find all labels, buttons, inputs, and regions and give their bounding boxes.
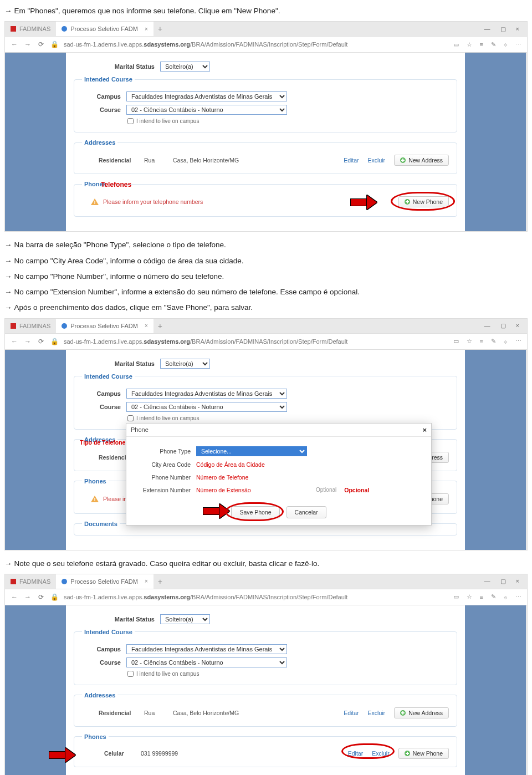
share-icon[interactable]: ⟐ xyxy=(504,594,508,600)
plus-icon xyxy=(400,710,406,716)
url-display[interactable]: sad-us-fm-1.adems.live.apps.sdasystems.o… xyxy=(64,594,448,600)
browser-tabstrip: FADMINAS Processo Seletivo FADM× + — ▢ × xyxy=(5,574,527,589)
new-address-button[interactable]: New Address xyxy=(394,707,449,718)
marital-status-select[interactable]: Solteiro(a) xyxy=(160,62,210,72)
optional-text: Optional xyxy=(316,487,336,493)
close-tab-icon[interactable]: × xyxy=(145,26,148,32)
phone-delete-link[interactable]: Excluir xyxy=(372,750,390,757)
marital-status-select[interactable]: Solteiro(a) xyxy=(160,359,210,369)
save-phone-button[interactable]: Save Phone xyxy=(231,506,279,518)
nav-forward-icon[interactable]: → xyxy=(24,338,32,345)
new-tab-button[interactable]: + xyxy=(154,322,167,330)
address-edit-link[interactable]: Editar xyxy=(344,710,359,716)
window-minimize-icon[interactable]: — xyxy=(484,322,490,329)
window-maximize-icon[interactable]: ▢ xyxy=(500,322,506,329)
more-icon[interactable]: ⋯ xyxy=(515,593,521,600)
window-maximize-icon[interactable]: ▢ xyxy=(500,26,506,33)
area-code-label: City Area Code xyxy=(135,461,191,468)
favicon-icon xyxy=(11,579,16,584)
new-address-button[interactable]: New Address xyxy=(394,155,449,166)
new-tab-button[interactable]: + xyxy=(154,24,167,33)
window-close-icon[interactable]: × xyxy=(516,578,519,585)
nav-back-icon[interactable]: ← xyxy=(11,338,18,345)
browser-tab-inactive[interactable]: FADMINAS xyxy=(5,22,56,36)
phones-legend: Phones xyxy=(82,478,109,485)
browser-tab-active[interactable]: Processo Seletivo FADM× xyxy=(56,319,154,333)
course-select[interactable]: 02 - Ciências Contábeis - Noturno xyxy=(126,402,287,412)
phone-type-select[interactable]: Selecione... xyxy=(196,446,307,456)
nav-forward-icon[interactable]: → xyxy=(24,40,32,48)
url-path: /BRA/Admission/FADMINAS/Inscription/Step… xyxy=(190,594,347,600)
address-type: Residencial xyxy=(99,157,137,164)
marital-status-select[interactable]: Solteiro(a) xyxy=(160,614,210,624)
nav-reload-icon[interactable]: ⟳ xyxy=(37,338,45,345)
url-display[interactable]: sad-us-fm-1.adems.live.apps.sdasystems.o… xyxy=(64,41,448,48)
hub-icon[interactable]: ≡ xyxy=(480,41,483,48)
reading-view-icon[interactable]: ▭ xyxy=(453,338,459,345)
tab-title: FADMINAS xyxy=(19,26,50,32)
reading-view-icon[interactable]: ▭ xyxy=(453,593,459,600)
browser-tab-active[interactable]: Processo Seletivo FADM× xyxy=(56,22,154,36)
more-icon[interactable]: ⋯ xyxy=(515,41,521,48)
webnote-icon[interactable]: ✎ xyxy=(491,338,496,345)
favorite-icon[interactable]: ☆ xyxy=(467,338,472,345)
address-delete-link[interactable]: Excluir xyxy=(368,710,386,716)
area-code-input[interactable] xyxy=(196,460,307,469)
instruction: →Após o preenchimento dos dados, clique … xyxy=(4,302,528,313)
favorite-icon[interactable]: ☆ xyxy=(467,41,472,48)
browser-tab-active[interactable]: Processo Seletivo FADM× xyxy=(56,574,154,589)
course-select[interactable]: 02 - Ciências Contábeis - Noturno xyxy=(126,657,287,667)
window-minimize-icon[interactable]: — xyxy=(484,26,490,33)
url-display[interactable]: sad-us-fm-1.adems.live.apps.sdasystems.o… xyxy=(64,338,448,345)
phone-number-input[interactable] xyxy=(196,473,307,482)
course-select[interactable]: 02 - Ciências Contábeis - Noturno xyxy=(126,105,287,115)
hub-icon[interactable]: ≡ xyxy=(480,594,483,600)
new-phone-button[interactable]: New Phone xyxy=(398,196,449,207)
address-edit-link[interactable]: Editar xyxy=(344,157,359,164)
intended-course-legend: Intended Course xyxy=(82,373,135,380)
nav-reload-icon[interactable]: ⟳ xyxy=(37,40,45,48)
nav-back-icon[interactable]: ← xyxy=(11,593,18,601)
campus-select[interactable]: Faculdades Integradas Adventistas de Min… xyxy=(126,644,287,654)
close-tab-icon[interactable]: × xyxy=(145,578,148,584)
new-phone-button[interactable]: New Phone xyxy=(398,748,449,759)
favorite-icon[interactable]: ☆ xyxy=(467,593,472,600)
campus-label: Campus xyxy=(82,93,121,100)
webnote-icon[interactable]: ✎ xyxy=(491,593,496,600)
window-close-icon[interactable]: × xyxy=(516,26,519,33)
new-tab-button[interactable]: + xyxy=(154,577,167,586)
addresses-legend: Addresses xyxy=(82,692,117,698)
campus-select[interactable]: Faculdades Integradas Adventistas de Min… xyxy=(126,91,287,101)
address-delete-link[interactable]: Excluir xyxy=(368,157,386,164)
browser-tab-inactive[interactable]: FADMINAS xyxy=(5,319,56,333)
extension-input[interactable] xyxy=(196,486,307,494)
address-street: Rua xyxy=(144,710,166,716)
browser-tab-inactive[interactable]: FADMINAS xyxy=(5,574,56,589)
window-close-icon[interactable]: × xyxy=(516,322,519,329)
more-icon[interactable]: ⋯ xyxy=(515,338,521,345)
campus-select[interactable]: Faculdades Integradas Adventistas de Min… xyxy=(126,389,287,399)
nav-back-icon[interactable]: ← xyxy=(11,40,18,48)
arrow-icon: → xyxy=(4,272,12,281)
marital-status-label: Marital Status xyxy=(99,63,155,70)
nav-forward-icon[interactable]: → xyxy=(24,593,32,601)
window-minimize-icon[interactable]: — xyxy=(484,578,490,585)
close-tab-icon[interactable]: × xyxy=(145,323,148,329)
cancel-button[interactable]: Cancelar xyxy=(287,506,326,518)
window-maximize-icon[interactable]: ▢ xyxy=(500,578,506,585)
course-label: Course xyxy=(82,106,121,113)
live-on-campus-checkbox[interactable] xyxy=(127,118,134,124)
live-on-campus-label: I intend to live on campus xyxy=(136,415,199,421)
nav-reload-icon[interactable]: ⟳ xyxy=(37,593,45,601)
webnote-icon[interactable]: ✎ xyxy=(491,41,496,48)
reading-view-icon[interactable]: ▭ xyxy=(453,41,459,48)
live-on-campus-checkbox[interactable] xyxy=(127,671,134,677)
share-icon[interactable]: ⟐ xyxy=(504,41,508,48)
share-icon[interactable]: ⟐ xyxy=(504,338,508,345)
modal-close-icon[interactable]: × xyxy=(422,426,427,434)
screenshot-3: FADMINAS Processo Seletivo FADM× + — ▢ ×… xyxy=(4,574,528,775)
hub-icon[interactable]: ≡ xyxy=(480,338,483,345)
phone-type-label: Phone Type xyxy=(135,448,191,455)
phone-edit-link[interactable]: Editar xyxy=(348,750,363,757)
live-on-campus-checkbox[interactable] xyxy=(127,415,134,421)
